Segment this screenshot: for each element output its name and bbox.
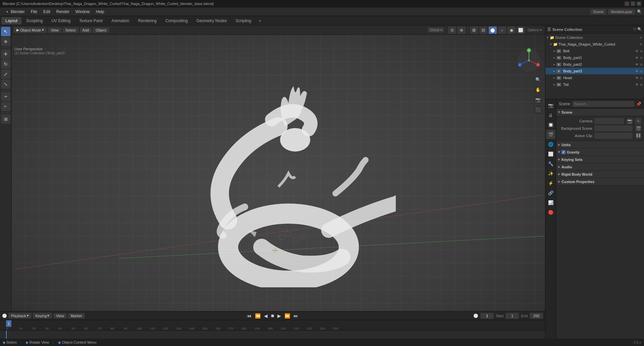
- visibility-icon[interactable]: 👁: [635, 63, 639, 66]
- select-icon[interactable]: ⊙: [640, 76, 643, 80]
- visibility-icon[interactable]: 👁: [635, 69, 639, 73]
- scene-section-header[interactable]: ▾ Scene: [556, 109, 644, 116]
- outliner-item-body3[interactable]: ▸ ▼ Body_part3 👁 ⊙: [545, 68, 644, 74]
- units-section-header[interactable]: ▸ Units: [556, 141, 644, 149]
- viewport[interactable]: ▶ Object Mode ▾ View Select Add Object G…: [12, 25, 545, 339]
- timeline-strip[interactable]: [0, 330, 545, 339]
- jump-start-btn[interactable]: ⏮: [246, 312, 253, 319]
- marker-menu[interactable]: Marker: [68, 313, 85, 319]
- select-icon[interactable]: ⊙: [640, 49, 643, 53]
- mode-selector[interactable]: ▶ Object Mode ▾: [14, 27, 47, 33]
- tab-compositing[interactable]: Compositing: [161, 17, 192, 24]
- visibility-icon[interactable]: 👁: [635, 56, 639, 60]
- tab-animation[interactable]: Animation: [107, 17, 133, 24]
- outliner-item-belt[interactable]: ▸ ▼ Belt 👁 ⊙: [545, 48, 644, 54]
- outliner-item-tail[interactable]: ▸ ▼ Tail 👁 ⊙: [545, 81, 644, 88]
- select-icon[interactable]: ⊙: [640, 69, 643, 73]
- maximize-btn[interactable]: □: [631, 1, 635, 6]
- overlay-icon[interactable]: ⊞: [470, 26, 478, 34]
- select-icon[interactable]: ⊙: [640, 63, 643, 66]
- menu-help[interactable]: Help: [93, 8, 107, 15]
- select-menu[interactable]: Select: [63, 27, 78, 33]
- outliner-collection-root[interactable]: ▾ 📁 Scene Collection 👁: [545, 34, 644, 41]
- zoom-in-icon[interactable]: 🔍: [534, 75, 542, 84]
- shading-eevee-icon[interactable]: ⬜: [517, 26, 525, 34]
- outliner-search-icon[interactable]: 🔍: [637, 27, 642, 32]
- keying-menu[interactable]: Keying ▾: [33, 313, 52, 319]
- visibility-icon[interactable]: 👁: [635, 83, 639, 86]
- transform-tool-btn[interactable]: ⤡: [1, 79, 10, 89]
- tab-layout[interactable]: Layout: [1, 17, 21, 24]
- options-btn[interactable]: Options ▾: [526, 28, 543, 32]
- visibility-icon[interactable]: 👁: [639, 36, 643, 40]
- camera-value[interactable]: [594, 118, 624, 124]
- scene-selector[interactable]: Scene: [590, 9, 606, 14]
- play-back-btn[interactable]: ◀: [263, 312, 269, 319]
- minimize-btn[interactable]: ─: [625, 1, 629, 6]
- shading-rendered-icon[interactable]: ◉: [507, 26, 516, 34]
- menu-render[interactable]: Render: [54, 8, 72, 15]
- output-props-btn[interactable]: 🖨: [546, 110, 555, 120]
- object-menu[interactable]: Object: [93, 27, 109, 33]
- global-selector[interactable]: Global ▾: [428, 27, 444, 33]
- cursor-tool-btn[interactable]: ⊕: [1, 37, 10, 46]
- tab-uv-editing[interactable]: UV Editing: [47, 17, 74, 24]
- world-props-btn[interactable]: 🌐: [546, 139, 555, 149]
- current-frame-input[interactable]: 1: [480, 313, 494, 319]
- visibility-icon[interactable]: 👁: [635, 49, 639, 53]
- scale-tool-btn[interactable]: ⤢: [1, 69, 10, 79]
- custom-properties-section-header[interactable]: ▸ Custom Properties: [556, 178, 644, 185]
- tab-scripting[interactable]: Scripting: [231, 17, 255, 24]
- filter-icon[interactable]: ▽: [633, 27, 636, 32]
- active-clip-icon-btn[interactable]: 🎞: [635, 133, 641, 139]
- rotate-tool-btn[interactable]: ↻: [1, 59, 10, 69]
- rigid-body-world-section-header[interactable]: ▸ Rigid Body World: [556, 171, 644, 178]
- menu-blender[interactable]: 🔸 Blender: [2, 8, 28, 15]
- perspective-ortho-icon[interactable]: ⬛: [534, 105, 542, 114]
- play-btn[interactable]: ▶: [276, 312, 282, 319]
- proportional-icon[interactable]: ⊚: [458, 26, 466, 34]
- object-props-btn[interactable]: ⬜: [546, 149, 555, 159]
- gravity-checkbox[interactable]: ✓: [561, 150, 566, 154]
- gizmo-icon[interactable]: ⊟: [479, 26, 487, 34]
- bg-scene-value[interactable]: [594, 125, 633, 131]
- add-tool-btn[interactable]: ⊞: [1, 114, 10, 124]
- add-workspace-btn[interactable]: +: [256, 17, 264, 25]
- measure-tool-btn[interactable]: ⊢: [1, 102, 10, 111]
- step-fwd-btn[interactable]: ⏩: [283, 312, 291, 319]
- playback-menu[interactable]: Playback ▾: [8, 313, 32, 319]
- search-icon[interactable]: 🔍: [637, 9, 642, 14]
- viewport-canvas[interactable]: User Perspective (1) Scene Collection | …: [12, 35, 545, 339]
- visibility-icon[interactable]: 👁: [639, 43, 643, 46]
- outliner-item-head[interactable]: ▸ ▼ Head 👁 ⊙: [545, 74, 644, 81]
- move-tool-btn[interactable]: ✛: [1, 49, 10, 59]
- render-layer-selector[interactable]: RenderLayer: [608, 9, 635, 14]
- scene-props-btn[interactable]: 🎬: [546, 130, 555, 139]
- nav-gizmo[interactable]: Y X Z: [516, 47, 542, 74]
- stop-btn[interactable]: ■: [270, 312, 276, 320]
- view-menu-tl[interactable]: View: [53, 313, 67, 319]
- timeline-ruler-area[interactable]: 1 0 10 20 30 40 50 60 70 80 90 100 110 1…: [0, 320, 545, 330]
- properties-search[interactable]: [572, 101, 634, 107]
- menu-window[interactable]: Window: [73, 8, 93, 15]
- end-frame-input[interactable]: 250: [530, 313, 543, 319]
- constraints-btn[interactable]: 🔗: [546, 188, 555, 197]
- material-props-btn[interactable]: 🔴: [546, 208, 555, 217]
- view-menu[interactable]: View: [48, 27, 61, 33]
- outliner-item-body1[interactable]: ▸ ▼ Body_part1 👁 ⊙: [545, 54, 644, 61]
- render-props-btn[interactable]: 📷: [546, 101, 555, 110]
- tab-rendering[interactable]: Rendering: [134, 17, 161, 24]
- select-icon[interactable]: ⊙: [640, 83, 643, 86]
- modifier-props-btn[interactable]: 🔧: [546, 159, 555, 168]
- pan-icon[interactable]: ✋: [534, 85, 542, 94]
- menu-edit[interactable]: Edit: [41, 8, 53, 15]
- camera-icon-btn[interactable]: 📷: [627, 118, 633, 124]
- shading-material-icon[interactable]: ○: [498, 26, 506, 34]
- start-frame-input[interactable]: 1: [505, 313, 519, 319]
- camera-edit-btn[interactable]: ✎: [635, 118, 641, 124]
- tab-sculpting[interactable]: Sculpting: [22, 17, 47, 24]
- view-layer-btn[interactable]: 🔲: [546, 120, 555, 129]
- bg-scene-icon-btn[interactable]: 🎬: [635, 125, 641, 131]
- select-tool-btn[interactable]: ↖: [1, 27, 10, 36]
- shading-solid-icon[interactable]: ⬤: [489, 26, 497, 34]
